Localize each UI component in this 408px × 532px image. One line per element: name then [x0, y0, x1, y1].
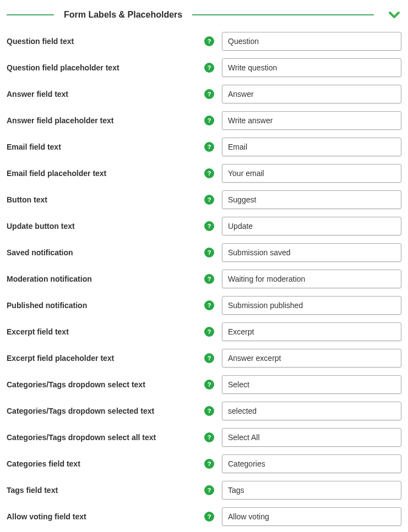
help-icon[interactable]: ?: [204, 248, 214, 257]
field-input-wrap: [222, 296, 401, 315]
field-input-wrap: [222, 454, 401, 473]
help-icon[interactable]: ?: [204, 485, 214, 495]
help-icon[interactable]: ?: [204, 221, 214, 231]
field-row: Email field text ?: [7, 138, 401, 156]
field-label: Allow voting field text: [7, 512, 197, 522]
field-input[interactable]: [222, 243, 401, 262]
help-icon[interactable]: ?: [204, 36, 214, 46]
field-input-wrap: [222, 217, 401, 235]
field-input[interactable]: [222, 481, 401, 500]
divider-right: [192, 14, 374, 15]
field-row: Tags field text ?: [7, 481, 401, 500]
field-label: Answer field text: [7, 89, 197, 99]
help-icon[interactable]: ?: [204, 168, 214, 178]
field-input-wrap: [222, 507, 401, 526]
field-input-wrap: [222, 349, 401, 368]
divider-left: [7, 14, 54, 15]
field-label: Button text: [7, 195, 197, 205]
field-label: Categories/Tags dropdown select text: [7, 380, 197, 390]
field-input[interactable]: [222, 58, 401, 77]
field-label: Update button text: [7, 221, 197, 231]
field-row: Excerpt field placeholder text ?: [7, 349, 401, 368]
field-input-wrap: [222, 375, 401, 394]
help-icon[interactable]: ?: [204, 380, 214, 390]
field-label: Email field placeholder text: [7, 168, 197, 178]
help-icon[interactable]: ?: [204, 195, 214, 205]
field-input[interactable]: [222, 138, 401, 156]
help-icon[interactable]: ?: [204, 274, 214, 284]
field-row: Question field placeholder text ?: [7, 58, 401, 77]
field-input-wrap: [222, 481, 401, 500]
field-input[interactable]: [222, 217, 401, 235]
field-input[interactable]: [222, 428, 401, 447]
field-label: Answer field placeholder text: [7, 116, 197, 125]
field-label: Published notification: [7, 300, 197, 310]
help-icon[interactable]: ?: [204, 432, 214, 442]
field-input-wrap: [222, 428, 401, 447]
section-header: Form Labels & Placeholders: [7, 8, 401, 22]
field-row: Update button text ?: [7, 217, 401, 235]
field-input-wrap: [222, 138, 401, 156]
help-icon[interactable]: ?: [204, 300, 214, 310]
field-input[interactable]: [222, 164, 401, 183]
field-row: Saved notification ?: [7, 243, 401, 262]
field-row: Allow voting field text ?: [7, 507, 401, 526]
help-icon[interactable]: ?: [204, 512, 214, 522]
field-label: Categories/Tags dropdown selected text: [7, 406, 197, 416]
field-label: Tags field text: [7, 485, 197, 495]
field-label: Moderation notification: [7, 274, 197, 284]
section-title: Form Labels & Placeholders: [64, 10, 182, 20]
field-input[interactable]: [222, 454, 401, 473]
collapse-toggle[interactable]: [387, 8, 401, 22]
field-input[interactable]: [222, 507, 401, 526]
field-row: Excerpt field text ?: [7, 322, 401, 341]
field-row: Published notification ?: [7, 296, 401, 315]
help-icon[interactable]: ?: [204, 406, 214, 416]
field-row: Question field text ?: [7, 32, 401, 51]
help-icon[interactable]: ?: [204, 89, 214, 99]
field-row: Answer field placeholder text ?: [7, 111, 401, 130]
field-row: Categories/Tags dropdown selected text ?: [7, 402, 401, 420]
field-input[interactable]: [222, 296, 401, 315]
field-input-wrap: [222, 85, 401, 103]
field-input-wrap: [222, 32, 401, 51]
field-label: Categories/Tags dropdown select all text: [7, 432, 197, 442]
field-label: Excerpt field placeholder text: [7, 353, 197, 363]
field-input[interactable]: [222, 349, 401, 368]
field-input-wrap: [222, 190, 401, 209]
field-input-wrap: [222, 322, 401, 341]
field-input-wrap: [222, 270, 401, 288]
field-row: Moderation notification ?: [7, 270, 401, 288]
field-row: Button text ?: [7, 190, 401, 209]
field-label: Excerpt field text: [7, 327, 197, 337]
fields-list: Question field text ? Question field pla…: [7, 32, 401, 526]
chevron-down-icon: [388, 8, 401, 21]
help-icon[interactable]: ?: [204, 116, 214, 125]
field-input-wrap: [222, 243, 401, 262]
field-label: Categories field text: [7, 459, 197, 469]
help-icon[interactable]: ?: [204, 459, 214, 469]
field-label: Question field text: [7, 36, 197, 46]
help-icon[interactable]: ?: [204, 327, 214, 337]
field-input-wrap: [222, 164, 401, 183]
field-input[interactable]: [222, 111, 401, 130]
help-icon[interactable]: ?: [204, 63, 214, 73]
field-input[interactable]: [222, 270, 401, 288]
field-input-wrap: [222, 58, 401, 77]
field-input[interactable]: [222, 375, 401, 394]
field-input-wrap: [222, 111, 401, 130]
field-input[interactable]: [222, 85, 401, 103]
field-input[interactable]: [222, 322, 401, 341]
field-row: Answer field text ?: [7, 85, 401, 103]
help-icon[interactable]: ?: [204, 353, 214, 363]
field-row: Categories/Tags dropdown select all text…: [7, 428, 401, 447]
field-row: Categories/Tags dropdown select text ?: [7, 375, 401, 394]
field-label: Email field text: [7, 142, 197, 152]
field-input[interactable]: [222, 402, 401, 420]
field-input-wrap: [222, 402, 401, 420]
help-icon[interactable]: ?: [204, 142, 214, 152]
field-input[interactable]: [222, 32, 401, 51]
field-label: Saved notification: [7, 248, 197, 257]
field-input[interactable]: [222, 190, 401, 209]
field-row: Email field placeholder text ?: [7, 164, 401, 183]
